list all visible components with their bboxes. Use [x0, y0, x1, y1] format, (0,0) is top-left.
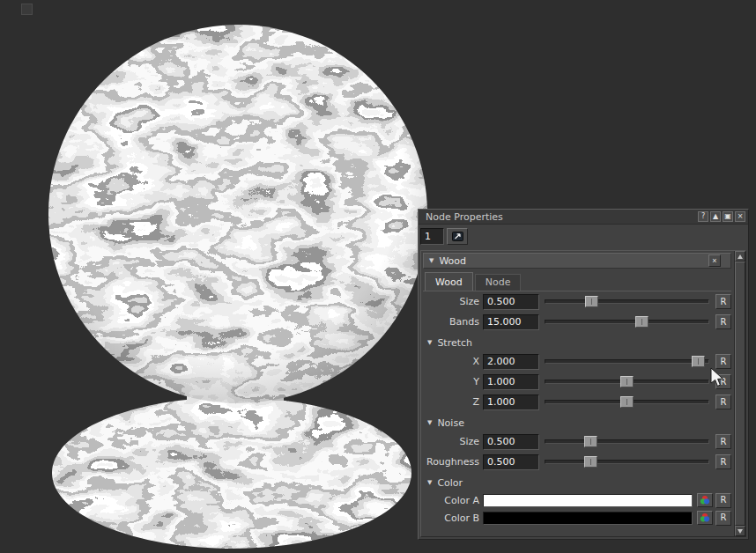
- color-section-label: Color: [437, 477, 463, 489]
- close-panel-icon[interactable]: ×: [735, 211, 745, 222]
- panel-index-input[interactable]: 1: [420, 228, 444, 245]
- size-label: Size: [423, 296, 483, 307]
- properties-content: ▼ Wood × Wood Node Size 0.500 R: [421, 251, 734, 536]
- node-header[interactable]: ▼ Wood ×: [423, 253, 731, 269]
- noise-size-label: Size: [423, 436, 483, 447]
- application-viewport: Node Properties ? ▲ ▣ × 1 ▼ Wood: [0, 0, 756, 553]
- bands-slider[interactable]: [545, 312, 709, 332]
- tab-bar: Wood Node: [423, 270, 731, 291]
- stretch-section-label: Stretch: [437, 337, 472, 349]
- roughness-label: Roughness: [423, 456, 483, 468]
- section-color[interactable]: ▼ Color: [423, 475, 731, 491]
- node-properties-panel: Node Properties ? ▲ ▣ × 1 ▼ Wood: [418, 209, 749, 540]
- color-b-label: Color B: [423, 512, 483, 524]
- roughness-slider-handle[interactable]: [584, 456, 597, 468]
- color-b-swatch[interactable]: [483, 512, 693, 525]
- edit-node-button[interactable]: [447, 228, 468, 245]
- size-slider[interactable]: [545, 291, 709, 312]
- roughness-slider[interactable]: [545, 452, 709, 472]
- color-a-picker-button[interactable]: [697, 493, 713, 507]
- color-wheel-icon: [700, 495, 710, 505]
- panel-toolbar: 1: [419, 225, 748, 246]
- stretch-z-slider[interactable]: [545, 392, 709, 412]
- property-row-roughness: Roughness 0.500 R: [423, 452, 731, 472]
- noise-size-slider[interactable]: [545, 431, 709, 452]
- preview-sphere: [48, 25, 427, 403]
- size-slider-handle[interactable]: [585, 296, 598, 307]
- property-row-stretch-z: Z 1.000 R: [423, 392, 731, 412]
- detach-panel-icon[interactable]: ▣: [723, 211, 733, 222]
- property-row-color-a: Color A R: [423, 491, 731, 509]
- stretch-z-reset-button[interactable]: R: [715, 394, 731, 409]
- size-value-field[interactable]: 0.500: [483, 294, 539, 310]
- roughness-reset-button[interactable]: R: [715, 454, 731, 469]
- color-a-label: Color A: [423, 495, 483, 506]
- section-noise[interactable]: ▼ Noise: [423, 415, 731, 431]
- section-stretch[interactable]: ▼ Stretch: [423, 335, 731, 351]
- roughness-slider-track[interactable]: [545, 460, 709, 464]
- size-slider-track[interactable]: [545, 299, 709, 304]
- stretch-collapse-icon[interactable]: ▼: [427, 340, 432, 346]
- stretch-z-slider-handle[interactable]: [620, 396, 634, 408]
- bands-value-field[interactable]: 15.000: [483, 314, 539, 330]
- color-a-swatch[interactable]: [483, 494, 693, 507]
- properties-frame: ▼ Wood × Wood Node Size 0.500 R: [420, 250, 746, 537]
- stretch-x-slider-handle[interactable]: [692, 356, 705, 367]
- scrollbar-thumb[interactable]: [735, 262, 745, 526]
- property-row-stretch-x: X 2.000 R: [423, 351, 731, 372]
- bands-slider-track[interactable]: [545, 320, 709, 324]
- bands-label: Bands: [423, 316, 483, 328]
- material-preview-render: [0, 0, 458, 553]
- noise-size-slider-handle[interactable]: [584, 436, 597, 447]
- color-wheel-icon: [700, 512, 710, 523]
- noise-size-slider-track[interactable]: [545, 439, 709, 444]
- property-row-color-b: Color B R: [423, 509, 731, 527]
- noise-size-value-field[interactable]: 0.500: [483, 434, 539, 450]
- node-collapse-icon[interactable]: ▼: [429, 258, 434, 264]
- noise-collapse-icon[interactable]: ▼: [427, 420, 432, 426]
- size-reset-button[interactable]: R: [715, 294, 731, 309]
- property-row-noise-size: Size 0.500 R: [423, 431, 731, 452]
- viewport-corner-icon: [21, 4, 33, 15]
- tab-wood[interactable]: Wood: [425, 272, 473, 291]
- stretch-x-slider[interactable]: [545, 351, 709, 372]
- stretch-y-slider[interactable]: [545, 372, 709, 392]
- property-row-bands: Bands 15.000 R: [423, 312, 731, 332]
- scrollbar[interactable]: [734, 251, 745, 536]
- noise-section-label: Noise: [437, 417, 464, 429]
- property-row-stretch-y: Y 1.000 R: [423, 372, 731, 392]
- stretch-x-slider-track[interactable]: [545, 359, 709, 364]
- noise-size-reset-button[interactable]: R: [715, 434, 731, 449]
- stretch-x-value-field[interactable]: 2.000: [483, 354, 539, 370]
- edit-node-icon: [452, 232, 463, 241]
- collapse-panel-icon[interactable]: ▲: [710, 211, 721, 222]
- property-row-size: Size 0.500 R: [423, 291, 731, 312]
- stretch-z-label: Z: [423, 396, 483, 408]
- scroll-down-icon[interactable]: [735, 526, 745, 536]
- tab-node[interactable]: Node: [475, 274, 522, 291]
- bands-reset-button[interactable]: R: [715, 314, 731, 329]
- stretch-z-value-field[interactable]: 1.000: [483, 394, 539, 410]
- roughness-value-field[interactable]: 0.500: [483, 454, 539, 470]
- scroll-up-icon[interactable]: [735, 251, 745, 262]
- node-name: Wood: [439, 255, 466, 267]
- stretch-y-slider-handle[interactable]: [620, 376, 634, 387]
- color-b-picker-button[interactable]: [697, 511, 713, 525]
- node-close-button[interactable]: ×: [708, 254, 721, 267]
- color-b-reset-button[interactable]: R: [715, 511, 731, 526]
- stretch-y-label: Y: [423, 376, 483, 387]
- color-collapse-icon[interactable]: ▼: [427, 480, 432, 486]
- stretch-y-value-field[interactable]: 1.000: [483, 374, 539, 390]
- bands-slider-handle[interactable]: [635, 316, 649, 328]
- panel-title: Node Properties: [426, 211, 503, 223]
- panel-titlebar[interactable]: Node Properties ? ▲ ▣ ×: [419, 210, 748, 225]
- titlebar-buttons: ? ▲ ▣ ×: [698, 211, 745, 222]
- stretch-x-label: X: [423, 356, 483, 367]
- color-a-reset-button[interactable]: R: [715, 493, 731, 508]
- help-icon[interactable]: ?: [698, 211, 708, 222]
- mouse-cursor: [710, 367, 726, 388]
